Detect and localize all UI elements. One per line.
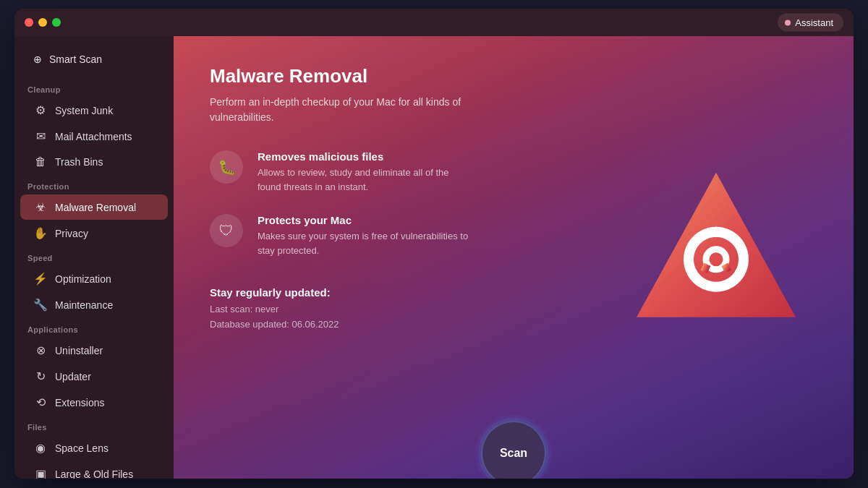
sidebar: ⊕ Smart Scan Cleanup ⚙ System Junk ✉ Mai… xyxy=(14,36,174,479)
optimization-icon: ⚡ xyxy=(33,272,48,286)
removes-malicious-desc: Allows to review, study and eliminate al… xyxy=(258,166,475,194)
update-section: Stay regularly updated: Last scan: never… xyxy=(210,286,817,333)
section-label-files: Files xyxy=(14,416,174,435)
privacy-icon: ✋ xyxy=(33,226,48,240)
sidebar-item-large-old-files[interactable]: ▣ Large & Old Files xyxy=(20,461,168,479)
sidebar-item-updater[interactable]: ↻ Updater xyxy=(20,364,168,389)
protects-mac-desc: Makes sure your system is free of vulner… xyxy=(258,229,475,257)
mail-attachments-label: Mail Attachments xyxy=(55,131,132,142)
assistant-label: Assistant xyxy=(795,17,833,28)
section-label-protection: Protection xyxy=(14,175,174,194)
sidebar-item-privacy[interactable]: ✋ Privacy xyxy=(20,221,168,246)
page-title: Malware Removal xyxy=(210,65,817,87)
close-button[interactable] xyxy=(25,18,33,27)
sidebar-item-system-junk[interactable]: ⚙ System Junk xyxy=(20,98,168,123)
maximize-button[interactable] xyxy=(52,18,61,27)
removes-malicious-icon-wrap: 🐛 xyxy=(210,150,243,184)
system-junk-label: System Junk xyxy=(55,105,113,116)
feature-protects-text: Protects your Mac Makes sure your system… xyxy=(258,214,475,257)
feature-removes-malicious: 🐛 Removes malicious files Allows to revi… xyxy=(210,150,817,194)
extensions-icon: ⟲ xyxy=(33,395,48,409)
scan-button[interactable]: Scan xyxy=(481,421,546,479)
trash-bins-label: Trash Bins xyxy=(55,156,103,168)
section-label-cleanup: Cleanup xyxy=(14,78,174,97)
malware-removal-label: Malware Removal xyxy=(55,202,136,213)
uninstaller-icon: ⊗ xyxy=(33,343,48,357)
sidebar-item-smart-scan[interactable]: ⊕ Smart Scan xyxy=(20,46,168,72)
panel-content: Malware Removal Perform an in-depth chec… xyxy=(210,65,817,450)
large-old-files-icon: ▣ xyxy=(33,467,48,479)
maintenance-icon: 🔧 xyxy=(33,298,48,312)
last-scan-info: Last scan: never Database updated: 06.06… xyxy=(210,302,817,333)
main-content: ⊕ Smart Scan Cleanup ⚙ System Junk ✉ Mai… xyxy=(14,36,854,479)
space-lens-label: Space Lens xyxy=(55,442,109,454)
page-subtitle: Perform an in-depth checkup of your Mac … xyxy=(210,95,470,125)
main-panel: Malware Removal Perform an in-depth chec… xyxy=(174,36,854,479)
feature-protects-mac: 🛡 Protects your Mac Makes sure your syst… xyxy=(210,214,817,257)
update-title: Stay regularly updated: xyxy=(210,286,817,299)
system-junk-icon: ⚙ xyxy=(33,103,48,117)
last-scan-label: Last scan: never xyxy=(210,302,817,317)
space-lens-icon: ◉ xyxy=(33,441,48,455)
updater-label: Updater xyxy=(55,371,91,382)
trash-bins-icon: 🗑 xyxy=(33,155,48,168)
minimize-button[interactable] xyxy=(38,18,47,27)
sidebar-item-extensions[interactable]: ⟲ Extensions xyxy=(20,390,168,415)
feature-removes-text: Removes malicious files Allows to review… xyxy=(258,150,475,194)
large-old-files-label: Large & Old Files xyxy=(55,468,133,479)
privacy-label: Privacy xyxy=(55,228,88,239)
removes-malicious-title: Removes malicious files xyxy=(258,150,475,163)
mail-attachments-icon: ✉ xyxy=(33,129,48,143)
sidebar-item-optimization[interactable]: ⚡ Optimization xyxy=(20,266,168,291)
traffic-lights xyxy=(25,18,61,27)
section-label-applications: Applications xyxy=(14,318,174,337)
uninstaller-label: Uninstaller xyxy=(55,345,103,356)
sidebar-item-mail-attachments[interactable]: ✉ Mail Attachments xyxy=(20,124,168,149)
extensions-label: Extensions xyxy=(55,397,104,408)
section-label-speed: Speed xyxy=(14,247,174,265)
sidebar-smart-scan-label: Smart Scan xyxy=(49,53,102,65)
sidebar-item-uninstaller[interactable]: ⊗ Uninstaller xyxy=(20,338,168,363)
sidebar-item-trash-bins[interactable]: 🗑 Trash Bins xyxy=(20,150,168,174)
sidebar-item-maintenance[interactable]: 🔧 Maintenance xyxy=(20,292,168,317)
assistant-dot-icon xyxy=(785,20,791,25)
protects-mac-title: Protects your Mac xyxy=(258,214,475,226)
malware-removal-icon: ☣ xyxy=(33,200,48,214)
feature-list: 🐛 Removes malicious files Allows to revi… xyxy=(210,150,817,257)
protects-mac-icon-wrap: 🛡 xyxy=(210,214,243,247)
app-window: Assistant ⊕ Smart Scan Cleanup ⚙ System … xyxy=(14,9,854,479)
title-bar: Assistant xyxy=(14,9,854,36)
assistant-button[interactable]: Assistant xyxy=(778,14,843,32)
sidebar-item-malware-removal[interactable]: ☣ Malware Removal xyxy=(20,194,168,220)
bug-icon: 🐛 xyxy=(218,158,236,176)
sidebar-item-space-lens[interactable]: ◉ Space Lens xyxy=(20,435,168,461)
shield-icon: 🛡 xyxy=(219,223,234,239)
optimization-label: Optimization xyxy=(55,273,111,285)
database-label: Database updated: 06.06.2022 xyxy=(210,317,817,333)
scan-button-wrap: Scan xyxy=(481,414,546,479)
smart-scan-icon: ⊕ xyxy=(33,53,42,65)
updater-icon: ↻ xyxy=(33,369,48,383)
maintenance-label: Maintenance xyxy=(55,299,113,311)
